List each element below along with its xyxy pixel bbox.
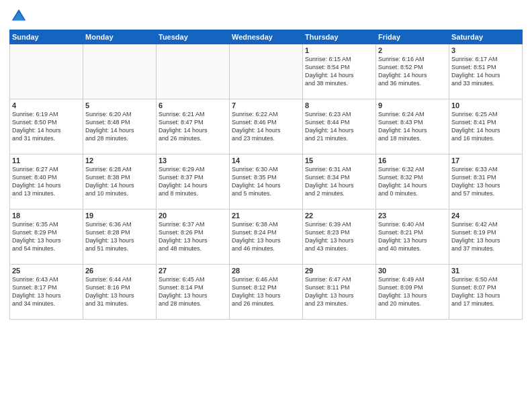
day-info: Sunrise: 6:31 AM Sunset: 8:34 PM Dayligh… (305, 165, 373, 198)
day-number: 29 (305, 267, 373, 275)
day-info: Sunrise: 6:17 AM Sunset: 8:51 PM Dayligh… (451, 55, 520, 88)
calendar-cell: 19Sunrise: 6:36 AM Sunset: 8:28 PM Dayli… (83, 210, 157, 265)
day-number: 18 (12, 212, 81, 220)
calendar-cell: 22Sunrise: 6:39 AM Sunset: 8:23 PM Dayli… (303, 210, 376, 265)
day-number: 8 (305, 101, 373, 109)
calendar-cell: 8Sunrise: 6:23 AM Sunset: 8:44 PM Daylig… (303, 99, 376, 154)
weekday-header-tuesday: Tuesday (157, 30, 230, 44)
weekday-header-row: SundayMondayTuesdayWednesdayThursdayFrid… (10, 30, 523, 44)
calendar-cell (83, 44, 157, 99)
logo (9, 7, 31, 26)
calendar-cell (230, 44, 303, 99)
weekday-header-sunday: Sunday (10, 30, 83, 44)
calendar-cell (10, 44, 83, 99)
day-info: Sunrise: 6:28 AM Sunset: 8:38 PM Dayligh… (85, 165, 154, 198)
day-info: Sunrise: 6:45 AM Sunset: 8:14 PM Dayligh… (159, 275, 227, 308)
calendar-cell: 25Sunrise: 6:43 AM Sunset: 8:17 PM Dayli… (10, 265, 83, 320)
day-number: 12 (85, 156, 154, 165)
calendar-cell: 6Sunrise: 6:21 AM Sunset: 8:47 PM Daylig… (157, 99, 230, 154)
calendar-cell: 21Sunrise: 6:38 AM Sunset: 8:24 PM Dayli… (230, 210, 303, 265)
weekday-header-thursday: Thursday (303, 30, 376, 44)
calendar-cell: 30Sunrise: 6:49 AM Sunset: 8:09 PM Dayli… (376, 265, 449, 320)
calendar-cell: 31Sunrise: 6:50 AM Sunset: 8:07 PM Dayli… (449, 265, 523, 320)
day-number: 10 (451, 101, 520, 109)
day-info: Sunrise: 6:49 AM Sunset: 8:09 PM Dayligh… (378, 275, 447, 308)
calendar-cell: 5Sunrise: 6:20 AM Sunset: 8:48 PM Daylig… (83, 99, 157, 154)
week-row-3: 18Sunrise: 6:35 AM Sunset: 8:29 PM Dayli… (10, 210, 523, 265)
calendar-cell: 12Sunrise: 6:28 AM Sunset: 8:38 PM Dayli… (83, 154, 157, 210)
day-number: 2 (378, 46, 447, 54)
calendar-cell: 15Sunrise: 6:31 AM Sunset: 8:34 PM Dayli… (303, 154, 376, 210)
day-number: 30 (378, 267, 447, 275)
day-number: 3 (451, 46, 520, 54)
weekday-header-monday: Monday (83, 30, 157, 44)
day-info: Sunrise: 6:16 AM Sunset: 8:52 PM Dayligh… (378, 55, 447, 88)
day-info: Sunrise: 6:46 AM Sunset: 8:12 PM Dayligh… (232, 275, 300, 308)
calendar-cell: 28Sunrise: 6:46 AM Sunset: 8:12 PM Dayli… (230, 265, 303, 320)
day-number: 20 (159, 212, 227, 220)
day-number: 4 (12, 101, 81, 109)
day-number: 23 (378, 212, 447, 220)
day-info: Sunrise: 6:29 AM Sunset: 8:37 PM Dayligh… (159, 165, 227, 198)
calendar-cell: 24Sunrise: 6:42 AM Sunset: 8:19 PM Dayli… (449, 210, 523, 265)
day-info: Sunrise: 6:30 AM Sunset: 8:35 PM Dayligh… (232, 165, 300, 198)
day-info: Sunrise: 6:21 AM Sunset: 8:47 PM Dayligh… (159, 110, 227, 143)
day-number: 17 (451, 156, 520, 165)
day-number: 28 (232, 267, 300, 275)
day-info: Sunrise: 6:32 AM Sunset: 8:32 PM Dayligh… (378, 165, 447, 198)
day-number: 13 (159, 156, 227, 165)
day-info: Sunrise: 6:25 AM Sunset: 8:41 PM Dayligh… (451, 110, 520, 143)
day-info: Sunrise: 6:22 AM Sunset: 8:46 PM Dayligh… (232, 110, 300, 143)
calendar-cell: 18Sunrise: 6:35 AM Sunset: 8:29 PM Dayli… (10, 210, 83, 265)
day-info: Sunrise: 6:20 AM Sunset: 8:48 PM Dayligh… (85, 110, 154, 143)
day-info: Sunrise: 6:19 AM Sunset: 8:50 PM Dayligh… (12, 110, 81, 143)
day-info: Sunrise: 6:15 AM Sunset: 8:54 PM Dayligh… (305, 55, 373, 88)
day-info: Sunrise: 6:23 AM Sunset: 8:44 PM Dayligh… (305, 110, 373, 143)
day-info: Sunrise: 6:24 AM Sunset: 8:43 PM Dayligh… (378, 110, 447, 143)
day-number: 19 (85, 212, 154, 220)
day-info: Sunrise: 6:37 AM Sunset: 8:26 PM Dayligh… (159, 220, 227, 253)
header (9, 7, 523, 26)
day-number: 21 (232, 212, 300, 220)
day-info: Sunrise: 6:47 AM Sunset: 8:11 PM Dayligh… (305, 275, 373, 308)
day-number: 9 (378, 101, 447, 109)
day-number: 6 (159, 101, 227, 109)
weekday-header-saturday: Saturday (449, 30, 523, 44)
day-info: Sunrise: 6:33 AM Sunset: 8:31 PM Dayligh… (451, 165, 520, 198)
calendar: SundayMondayTuesdayWednesdayThursdayFrid… (9, 30, 523, 320)
page: SundayMondayTuesdayWednesdayThursdayFrid… (0, 0, 532, 411)
day-number: 26 (85, 267, 154, 275)
day-number: 22 (305, 212, 373, 220)
calendar-cell: 17Sunrise: 6:33 AM Sunset: 8:31 PM Dayli… (449, 154, 523, 210)
day-number: 5 (85, 101, 154, 109)
day-info: Sunrise: 6:36 AM Sunset: 8:28 PM Dayligh… (85, 220, 154, 253)
calendar-cell: 9Sunrise: 6:24 AM Sunset: 8:43 PM Daylig… (376, 99, 449, 154)
calendar-cell: 4Sunrise: 6:19 AM Sunset: 8:50 PM Daylig… (10, 99, 83, 154)
calendar-cell: 2Sunrise: 6:16 AM Sunset: 8:52 PM Daylig… (376, 44, 449, 99)
day-info: Sunrise: 6:38 AM Sunset: 8:24 PM Dayligh… (232, 220, 300, 253)
calendar-cell: 7Sunrise: 6:22 AM Sunset: 8:46 PM Daylig… (230, 99, 303, 154)
day-number: 24 (451, 212, 520, 220)
day-number: 27 (159, 267, 227, 275)
week-row-0: 1Sunrise: 6:15 AM Sunset: 8:54 PM Daylig… (10, 44, 523, 99)
weekday-header-wednesday: Wednesday (230, 30, 303, 44)
day-number: 11 (12, 156, 81, 165)
calendar-cell: 26Sunrise: 6:44 AM Sunset: 8:16 PM Dayli… (83, 265, 157, 320)
week-row-4: 25Sunrise: 6:43 AM Sunset: 8:17 PM Dayli… (10, 265, 523, 320)
calendar-cell: 10Sunrise: 6:25 AM Sunset: 8:41 PM Dayli… (449, 99, 523, 154)
calendar-cell: 23Sunrise: 6:40 AM Sunset: 8:21 PM Dayli… (376, 210, 449, 265)
day-number: 16 (378, 156, 447, 165)
day-info: Sunrise: 6:43 AM Sunset: 8:17 PM Dayligh… (12, 275, 81, 308)
day-info: Sunrise: 6:42 AM Sunset: 8:19 PM Dayligh… (451, 220, 520, 253)
calendar-cell: 27Sunrise: 6:45 AM Sunset: 8:14 PM Dayli… (157, 265, 230, 320)
day-info: Sunrise: 6:27 AM Sunset: 8:40 PM Dayligh… (12, 165, 81, 198)
day-number: 25 (12, 267, 81, 275)
day-info: Sunrise: 6:44 AM Sunset: 8:16 PM Dayligh… (85, 275, 154, 308)
calendar-cell: 1Sunrise: 6:15 AM Sunset: 8:54 PM Daylig… (303, 44, 376, 99)
day-number: 7 (232, 101, 300, 109)
calendar-cell: 14Sunrise: 6:30 AM Sunset: 8:35 PM Dayli… (230, 154, 303, 210)
day-info: Sunrise: 6:35 AM Sunset: 8:29 PM Dayligh… (12, 220, 81, 253)
calendar-cell: 20Sunrise: 6:37 AM Sunset: 8:26 PM Dayli… (157, 210, 230, 265)
day-number: 1 (305, 46, 373, 54)
calendar-cell: 11Sunrise: 6:27 AM Sunset: 8:40 PM Dayli… (10, 154, 83, 210)
